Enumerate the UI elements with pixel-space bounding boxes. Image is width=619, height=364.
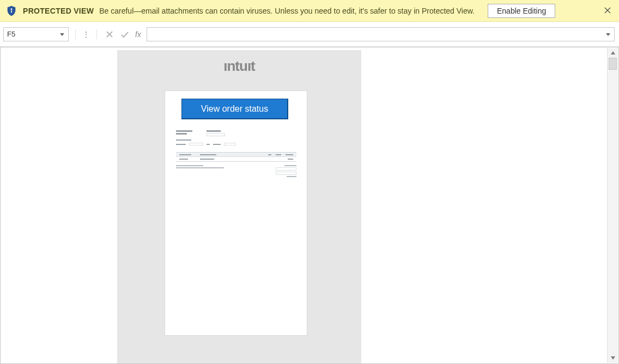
formula-bar-row: F5 ⋮ fx	[0, 22, 619, 47]
name-box[interactable]: F5	[3, 27, 69, 41]
vertical-scrollbar[interactable]	[607, 48, 618, 363]
embedded-page-background: ıntuıt View order status	[117, 50, 361, 364]
worksheet-viewport: ıntuıt View order status	[0, 47, 619, 364]
worksheet-canvas[interactable]: ıntuıt View order status	[1, 48, 605, 363]
more-options-icon[interactable]: ⋮	[82, 30, 90, 39]
svg-point-0	[11, 8, 13, 10]
cancel-formula-button[interactable]	[104, 28, 116, 40]
scroll-up-button[interactable]	[608, 48, 618, 58]
brand-logo-text: ıntuıt	[117, 58, 361, 75]
name-box-value: F5	[7, 30, 59, 38]
chevron-down-icon[interactable]	[605, 32, 611, 37]
invoice-thumbnail	[176, 130, 296, 193]
separator	[75, 29, 76, 39]
svg-marker-7	[606, 33, 610, 36]
scrollbar-track[interactable]	[608, 58, 618, 353]
svg-marker-9	[611, 356, 615, 360]
document-card: View order status	[165, 90, 307, 336]
scroll-down-button[interactable]	[608, 353, 618, 363]
shield-icon	[5, 4, 17, 17]
svg-marker-4	[60, 33, 64, 36]
svg-rect-1	[11, 10, 12, 13]
svg-marker-8	[611, 51, 615, 54]
protected-view-title: PROTECTED VIEW	[23, 7, 94, 15]
separator	[96, 29, 97, 39]
scrollbar-thumb[interactable]	[609, 58, 617, 70]
chevron-down-icon	[59, 32, 65, 37]
fx-label[interactable]: fx	[135, 30, 141, 39]
formula-input[interactable]	[147, 27, 615, 41]
enter-formula-button[interactable]	[119, 28, 131, 40]
view-order-status-button[interactable]: View order status	[181, 99, 288, 119]
protected-view-message: Be careful—email attachments can contain…	[99, 7, 475, 15]
enable-editing-button[interactable]: Enable Editing	[488, 4, 555, 18]
close-icon[interactable]	[604, 7, 611, 14]
protected-view-banner: PROTECTED VIEW Be careful—email attachme…	[0, 0, 619, 22]
